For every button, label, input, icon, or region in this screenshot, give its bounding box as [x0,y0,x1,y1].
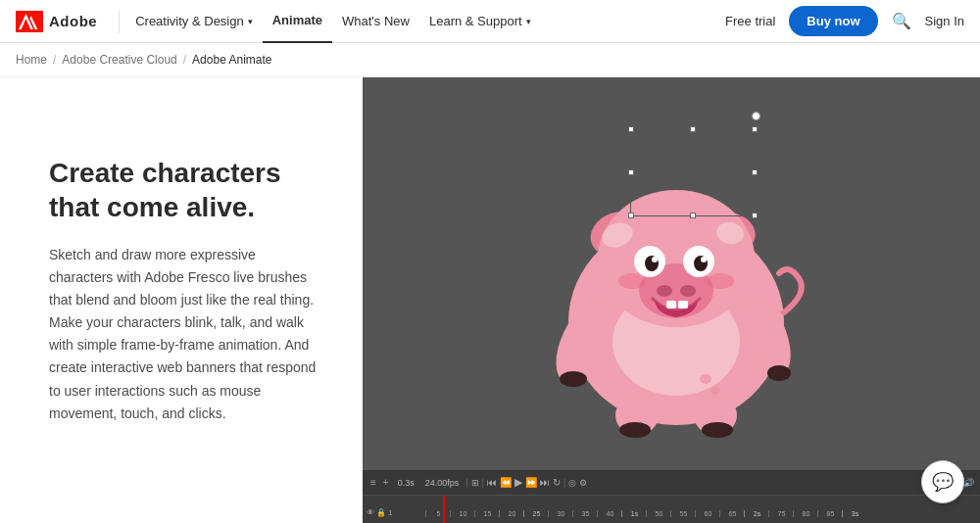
animation-canvas [363,77,980,469]
chat-button[interactable]: 💬 [921,460,964,503]
sign-in-link[interactable]: Sign In [925,14,964,28]
tick-30: 30 [548,510,572,517]
nav-item-animate[interactable]: Animate [263,0,332,43]
timeline-bar: ≡ + 0.3s 24.00fps | ⊞ | ⏮ ⏪ ▶ ⏩ ⏭ ↻ | ◎ … [363,469,980,523]
breadcrumb-creative-cloud[interactable]: Adobe Creative Cloud [62,53,176,67]
svg-point-19 [560,371,587,387]
breadcrumb: Home / Adobe Creative Cloud / Adobe Anim… [0,43,980,77]
nav-divider [119,10,120,33]
timeline-controls-row: ≡ + 0.3s 24.00fps | ⊞ | ⏮ ⏪ ▶ ⏩ ⏭ ↻ | ◎ … [363,470,980,496]
tick-35: 35 [572,510,597,517]
tick-2s: 2s [744,510,768,517]
free-trial-link[interactable]: Free trial [725,14,775,28]
onion-skin-icon[interactable]: ◎ [568,478,576,488]
svg-point-15 [701,257,707,262]
tick-5: 5 [425,510,450,517]
nav-item-whats-new[interactable]: What's New [332,0,419,43]
nav-item-learn[interactable]: Learn & Support ▾ [419,0,541,43]
hero-title: Create characters that come alive. [49,156,323,224]
tick-20: 20 [499,510,523,517]
tick-65: 65 [719,510,744,517]
svg-point-25 [702,422,733,438]
settings-icon[interactable]: ⚙ [579,478,587,488]
svg-point-29 [707,273,734,289]
svg-point-23 [619,422,651,438]
svg-rect-17 [678,301,688,309]
breadcrumb-home[interactable]: Home [16,53,47,67]
search-icon[interactable]: 🔍 [892,12,911,30]
breadcrumb-current: Adobe Animate [192,53,271,67]
play-icon[interactable]: ▶ [514,476,522,489]
tick-40: 40 [597,510,621,517]
timeline-layer-controls: 👁 🔒 1 [367,508,425,517]
timeline-fps-display: 24.00fps [421,478,464,488]
selection-handle-rm [752,169,758,175]
timeline-playhead[interactable] [443,496,445,523]
tick-15: 15 [474,510,499,517]
selection-handle-tm [690,126,696,132]
svg-point-28 [618,273,646,289]
timeline-layers-icon[interactable]: ≡ [368,477,378,488]
pig-character [524,117,818,440]
loop-icon[interactable]: ↻ [553,477,561,488]
breadcrumb-sep-1: / [53,53,56,67]
timeline-time-display: 0.3s [394,478,418,488]
selection-handle-lm [628,169,634,175]
main-content: Create characters that come alive. Sketc… [0,77,980,523]
nav-item-creativity-label: Creativity & Design [135,14,244,28]
tick-25: 25 [523,510,548,517]
eye-icon[interactable]: 👁 [367,508,374,517]
timeline-ruler: 👁 🔒 1 5 10 15 20 25 30 [363,496,980,523]
selection-handle-bl [628,213,634,218]
buy-now-button[interactable]: Buy now [789,6,877,36]
tick-75: 75 [768,510,793,517]
speaker-icon[interactable]: 🔊 [963,478,974,488]
lock-icon[interactable]: 🔒 [376,508,386,517]
chevron-down-icon: ▾ [248,17,253,26]
svg-point-30 [700,374,711,384]
svg-point-21 [767,365,791,381]
chevron-down-icon-2: ▾ [526,17,531,26]
svg-rect-16 [666,301,676,309]
breadcrumb-sep-2: / [183,53,186,67]
timeline-sep3: | [564,478,565,488]
nav-item-whats-new-label: What's New [342,14,410,28]
selection-handle-tr [752,126,758,132]
layer-name: 1 [388,508,392,517]
timeline-ruler-ticks: 5 10 15 20 25 30 35 40 1s 50 55 60 65 2s [425,496,976,523]
tick-85: 85 [817,510,842,517]
selection-handle-br [752,213,758,218]
nav-item-learn-label: Learn & Support [429,14,522,28]
tick-50: 50 [646,510,670,517]
timeline-add-icon[interactable]: + [381,477,391,488]
nav-item-animate-label: Animate [272,13,322,27]
timeline-sep2: | [482,478,484,488]
tick-60: 60 [695,510,719,517]
chat-icon: 💬 [932,471,954,493]
tick-55: 55 [670,510,695,517]
nav-item-creativity[interactable]: Creativity & Design ▾ [125,0,263,43]
adobe-brand-text: Adobe [49,13,97,29]
ruler-content: 5 10 15 20 25 30 35 40 1s 50 55 60 65 2s [425,499,976,517]
selection-box [630,128,756,216]
step-forward-icon[interactable]: ⏩ [525,477,537,488]
rewind-icon[interactable]: ⏮ [487,477,497,488]
svg-point-8 [657,285,672,297]
tick-80: 80 [793,510,817,517]
tick-1s: 1s [621,510,646,517]
hero-text-section: Create characters that come alive. Sketc… [0,77,363,523]
timeline-sep: | [466,478,467,488]
svg-point-31 [710,387,720,395]
step-back-icon[interactable]: ⏪ [500,477,512,488]
selection-handle-bm [690,213,696,218]
tick-10: 10 [450,510,474,517]
adobe-logo[interactable]: Adobe [16,11,97,32]
forward-end-icon[interactable]: ⏭ [540,477,550,488]
adobe-logo-box [16,11,43,32]
navigation: Adobe Creativity & Design ▾ Animate What… [0,0,980,43]
svg-point-14 [652,257,658,262]
nav-right: Free trial Buy now 🔍 Sign In [725,6,964,36]
tick-3s: 3s [842,510,866,517]
timeline-frame-icon[interactable]: ⊞ [471,478,479,488]
selection-handle-tl [628,126,634,132]
